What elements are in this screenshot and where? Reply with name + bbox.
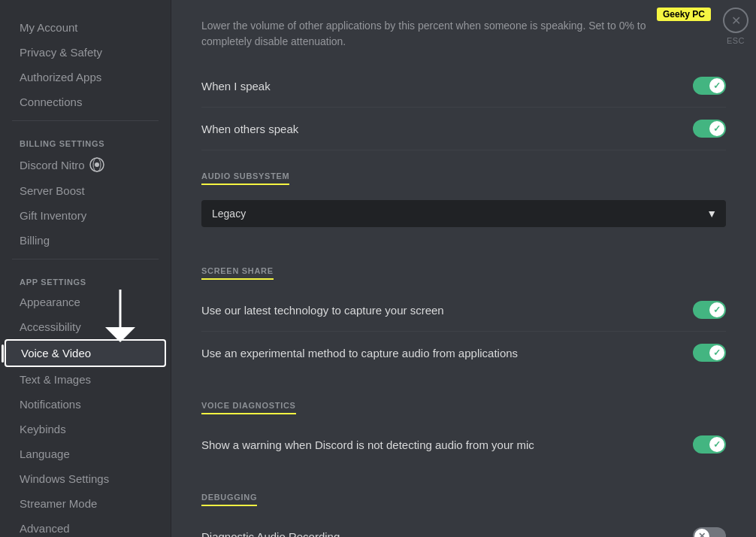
sidebar-item-label: Notifications bbox=[20, 398, 81, 411]
sidebar-item-label: Accessibility bbox=[20, 320, 81, 333]
sidebar-item-streamer-mode[interactable]: Streamer Mode bbox=[5, 491, 166, 516]
sidebar-item-notifications[interactable]: Notifications bbox=[5, 392, 166, 417]
debugging-section: DEBUGGING Diagnostic Audio Recording ✕ bbox=[201, 472, 726, 537]
toggle-knob-3: ✓ bbox=[709, 302, 724, 317]
audio-subsystem-section: AUDIO SUBSYSTEM Legacy Standard Experime… bbox=[201, 150, 726, 227]
audio-subsystem-dropdown-container: Legacy Standard Experimental ▼ bbox=[201, 200, 726, 227]
sidebar-divider-2 bbox=[12, 259, 159, 259]
diagnostic-audio-toggle[interactable]: ✕ bbox=[693, 527, 726, 537]
sidebar-item-advanced[interactable]: Advanced bbox=[5, 516, 166, 537]
esc-container: ✕ ESC bbox=[723, 8, 748, 45]
capture-screen-label: Use our latest technology to capture you… bbox=[201, 304, 444, 317]
screen-share-label: SCREEN SHARE bbox=[201, 266, 274, 280]
setting-row-diagnostic-audio: Diagnostic Audio Recording ✕ bbox=[201, 515, 726, 537]
toggle-check-icon: ✓ bbox=[713, 80, 721, 91]
sidebar-item-windows-settings[interactable]: Windows Settings bbox=[5, 466, 166, 491]
esc-label: ESC bbox=[727, 36, 745, 45]
dropdown-wrapper: Legacy Standard Experimental ▼ bbox=[201, 200, 726, 227]
audio-subsystem-dropdown[interactable]: Legacy Standard Experimental bbox=[201, 200, 726, 227]
nitro-icon bbox=[89, 157, 104, 172]
toggle-check-icon-5: ✓ bbox=[713, 439, 721, 450]
sidebar-item-label: Billing bbox=[20, 234, 50, 247]
toggle-check-icon-3: ✓ bbox=[713, 305, 721, 315]
toggle-knob-2: ✓ bbox=[709, 121, 724, 136]
sidebar-item-appearance[interactable]: Appearance bbox=[5, 290, 166, 314]
setting-row-capture-screen: Use our latest technology to capture you… bbox=[201, 289, 726, 332]
main-content: Geeky PC ✕ ESC Lower the volume of other… bbox=[171, 0, 756, 537]
capture-audio-toggle[interactable]: ✓ bbox=[693, 344, 726, 362]
toggle-x-icon: ✕ bbox=[698, 531, 706, 537]
sidebar-item-authorized-apps[interactable]: Authorized Apps bbox=[5, 65, 166, 90]
voice-diagnostics-section: VOICE DIAGNOSTICS Show a warning when Di… bbox=[201, 380, 726, 466]
setting-row-warning-no-mic: Show a warning when Discord is not detec… bbox=[201, 423, 726, 466]
sidebar-item-language[interactable]: Language bbox=[5, 441, 166, 466]
sidebar-item-label: Language bbox=[20, 448, 70, 460]
sidebar-item-text-images[interactable]: Text & Images bbox=[5, 367, 166, 392]
sidebar-item-voice-video[interactable]: Voice & Video bbox=[5, 339, 166, 367]
capture-audio-label: Use an experimental method to capture au… bbox=[201, 347, 518, 360]
when-others-speak-label: When others speak bbox=[201, 123, 298, 135]
setting-row-capture-audio: Use an experimental method to capture au… bbox=[201, 332, 726, 374]
svg-point-2 bbox=[95, 162, 99, 167]
when-others-speak-toggle[interactable]: ✓ bbox=[693, 120, 726, 138]
esc-button[interactable]: ✕ bbox=[723, 8, 748, 33]
sidebar-item-label: Connections bbox=[20, 96, 82, 108]
sidebar-item-label: Advanced bbox=[20, 522, 70, 535]
sidebar-divider-1 bbox=[12, 120, 159, 121]
sidebar-item-label: Server Boost bbox=[20, 184, 85, 197]
audio-subsystem-label: AUDIO SUBSYSTEM bbox=[201, 171, 289, 185]
sidebar-item-keybinds[interactable]: Keybinds bbox=[5, 417, 166, 441]
sidebar-item-discord-nitro[interactable]: Discord Nitro bbox=[5, 151, 166, 178]
when-i-speak-toggle[interactable]: ✓ bbox=[693, 77, 726, 95]
sidebar-item-label: Voice & Video bbox=[21, 347, 91, 360]
toggle-knob-5: ✓ bbox=[709, 437, 724, 452]
sidebar-section-top: My Account Privacy & Safety Authorized A… bbox=[0, 15, 171, 114]
diagnostic-audio-label: Diagnostic Audio Recording bbox=[201, 530, 340, 538]
sidebar-item-label: Windows Settings bbox=[20, 472, 109, 485]
warning-no-mic-toggle[interactable]: ✓ bbox=[693, 435, 726, 454]
debugging-label: DEBUGGING bbox=[201, 493, 257, 506]
toggle-check-icon-2: ✓ bbox=[713, 123, 721, 134]
sidebar-section-billing: BILLING SETTINGS Discord Nitro Server Bo… bbox=[0, 127, 171, 253]
billing-section-label: BILLING SETTINGS bbox=[5, 127, 166, 151]
toggle-check-icon-4: ✓ bbox=[713, 347, 721, 358]
warning-no-mic-label: Show a warning when Discord is not detec… bbox=[201, 438, 534, 451]
voice-diagnostics-label: VOICE DIAGNOSTICS bbox=[201, 401, 296, 414]
sidebar-item-label: Gift Inventory bbox=[20, 209, 86, 222]
screen-share-section: SCREEN SHARE Use our latest technology t… bbox=[201, 245, 726, 374]
sidebar-item-label: Streamer Mode bbox=[20, 497, 97, 510]
watermark: Geeky PC bbox=[657, 8, 711, 21]
sidebar-section-app: APP SETTINGS Appearance Accessibility Vo… bbox=[0, 265, 171, 537]
sidebar-item-label: Privacy & Safety bbox=[20, 46, 102, 59]
sidebar: My Account Privacy & Safety Authorized A… bbox=[0, 0, 171, 537]
setting-row-when-i-speak: When I speak ✓ bbox=[201, 65, 726, 108]
sidebar-item-label: Keybinds bbox=[20, 423, 66, 435]
attenuation-description: Lower the volume of other applications b… bbox=[201, 18, 726, 50]
sidebar-item-label: Discord Nitro bbox=[20, 159, 85, 171]
sidebar-item-label: Appearance bbox=[20, 296, 80, 308]
sidebar-item-my-account[interactable]: My Account bbox=[5, 15, 166, 40]
sidebar-item-connections[interactable]: Connections bbox=[5, 90, 166, 114]
sidebar-item-gift-inventory[interactable]: Gift Inventory bbox=[5, 203, 166, 228]
sidebar-item-label: Text & Images bbox=[20, 373, 91, 386]
capture-screen-toggle[interactable]: ✓ bbox=[693, 301, 726, 319]
sidebar-item-label: My Account bbox=[20, 21, 78, 34]
sidebar-item-accessibility[interactable]: Accessibility bbox=[5, 314, 166, 339]
toggle-knob-4: ✓ bbox=[709, 345, 724, 360]
toggle-knob: ✓ bbox=[709, 78, 724, 93]
app-section-label: APP SETTINGS bbox=[5, 265, 166, 290]
sidebar-item-label: Authorized Apps bbox=[20, 71, 101, 83]
when-i-speak-label: When I speak bbox=[201, 80, 271, 93]
sidebar-item-billing[interactable]: Billing bbox=[5, 228, 166, 253]
setting-row-when-others-speak: When others speak ✓ bbox=[201, 108, 726, 150]
sidebar-item-privacy-safety[interactable]: Privacy & Safety bbox=[5, 40, 166, 65]
sidebar-item-server-boost[interactable]: Server Boost bbox=[5, 178, 166, 203]
toggle-knob-6: ✕ bbox=[694, 529, 709, 537]
